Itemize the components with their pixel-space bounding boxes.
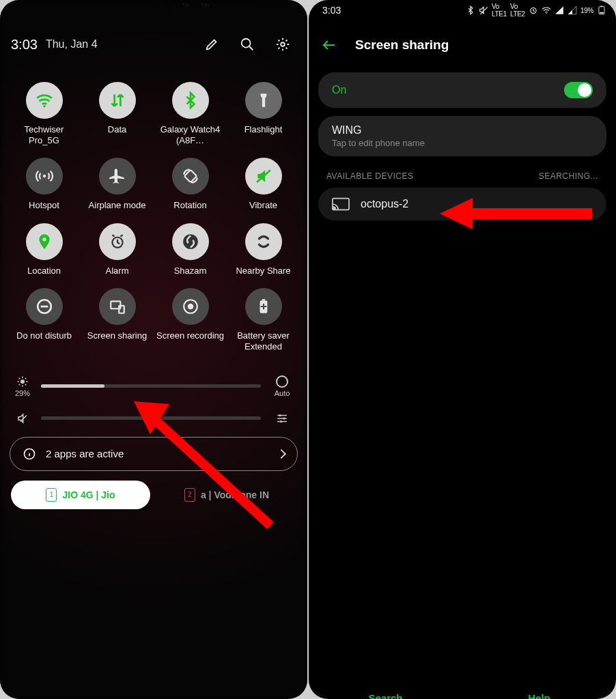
phone-name-row[interactable]: WING Tap to edit phone name bbox=[318, 116, 606, 156]
svg-point-22 bbox=[279, 414, 281, 416]
chevron-right-icon bbox=[277, 448, 286, 458]
svg-point-21 bbox=[20, 380, 25, 384]
svg-rect-29 bbox=[600, 6, 603, 7]
bottom-actions: Search Help bbox=[309, 676, 616, 699]
screen-sharing-settings-screen: 3:03 VoLTE1 VoLTE2 19% Screen sharing bbox=[309, 0, 616, 699]
screen-sharing-toggle-row[interactable]: On bbox=[318, 72, 606, 108]
svg-point-18 bbox=[187, 304, 193, 310]
cast-icon bbox=[332, 197, 350, 211]
brightness-icon bbox=[16, 375, 29, 388]
svg-point-8 bbox=[42, 175, 45, 177]
tile-airplane[interactable]: Airplane mode bbox=[83, 158, 152, 211]
tile-data[interactable]: Data bbox=[83, 82, 152, 145]
volte1-icon: VoLTE1 bbox=[492, 3, 507, 18]
clock: 3:03 bbox=[11, 37, 38, 53]
svg-point-23 bbox=[283, 417, 285, 419]
svg-rect-20 bbox=[262, 300, 264, 301]
toggle-on[interactable] bbox=[564, 82, 593, 98]
tile-battery-saver[interactable]: Battery saver Extended bbox=[229, 288, 298, 352]
status-time: 3:03 bbox=[318, 5, 341, 16]
volume-mute-icon bbox=[16, 412, 29, 425]
mute-icon bbox=[479, 5, 488, 15]
signal1-icon bbox=[555, 5, 564, 15]
svg-point-7 bbox=[43, 105, 45, 107]
svg-rect-9 bbox=[184, 170, 196, 182]
bluetooth-icon bbox=[466, 5, 475, 15]
date: Thu, Jan 4 bbox=[46, 38, 98, 51]
svg-point-5 bbox=[242, 39, 251, 48]
volume-slider[interactable] bbox=[12, 412, 295, 425]
tile-alarm[interactable]: Alarm bbox=[83, 223, 152, 276]
edit-button[interactable] bbox=[198, 31, 225, 58]
svg-point-10 bbox=[42, 238, 46, 241]
settings-button[interactable] bbox=[269, 31, 296, 58]
qs-header: 3:03 Thu, Jan 4 bbox=[10, 20, 298, 68]
tile-nearby-share[interactable]: Nearby Share bbox=[229, 223, 298, 276]
quick-tiles-grid: Techwiser Pro_5G Data Galaxy Watch4 (A8F… bbox=[10, 82, 298, 352]
page-title: Screen sharing bbox=[355, 38, 449, 53]
tile-vibrate[interactable]: Vibrate bbox=[229, 158, 298, 211]
svg-point-24 bbox=[280, 420, 282, 423]
available-devices-header: AVAILABLE DEVICES SEARCHING... bbox=[326, 171, 598, 181]
status-bar: 3:03 VoLTE1 VoLTE2 19% bbox=[309, 0, 616, 20]
volte2-icon: VoLTE2 bbox=[510, 3, 525, 18]
svg-point-32 bbox=[333, 208, 335, 210]
active-apps-notification[interactable]: 2 apps are active bbox=[10, 437, 298, 471]
tile-rotation[interactable]: Rotation bbox=[156, 158, 225, 211]
wifi-icon bbox=[542, 5, 551, 15]
signal2-icon bbox=[568, 5, 577, 15]
sim2-icon: 2 bbox=[184, 488, 195, 502]
tile-location[interactable]: Location bbox=[10, 223, 79, 276]
svg-point-6 bbox=[281, 42, 285, 46]
device-row-octopus[interactable]: octopus-2 bbox=[318, 188, 606, 220]
back-button[interactable] bbox=[316, 31, 343, 59]
search-button[interactable] bbox=[234, 31, 261, 58]
tile-shazam[interactable]: Shazam bbox=[156, 223, 225, 276]
brightness-label: 29% bbox=[15, 389, 30, 397]
battery-percent: 19% bbox=[580, 7, 593, 14]
sim1-icon: 1 bbox=[46, 488, 57, 502]
settings-header: Screen sharing bbox=[309, 26, 616, 64]
tile-screen-recording[interactable]: Screen recording bbox=[156, 288, 225, 352]
tile-hotspot[interactable]: Hotspot bbox=[10, 158, 79, 211]
brightness-slider[interactable]: 29% Auto bbox=[12, 375, 295, 397]
battery-icon bbox=[597, 5, 606, 15]
info-icon bbox=[23, 447, 36, 461]
tile-dnd[interactable]: Do not disturb bbox=[10, 288, 79, 352]
tile-wifi[interactable]: Techwiser Pro_5G bbox=[10, 82, 79, 145]
auto-brightness-button[interactable]: Auto bbox=[269, 375, 295, 397]
sim2-chip[interactable]: 2 a | Vodafone IN bbox=[157, 481, 296, 509]
tile-flashlight[interactable]: Flashlight bbox=[229, 82, 298, 145]
search-action[interactable]: Search bbox=[309, 676, 462, 699]
sim1-chip[interactable]: 1 JIO 4G | Jio bbox=[11, 481, 150, 509]
svg-rect-30 bbox=[600, 12, 604, 14]
svg-point-27 bbox=[546, 13, 546, 14]
tile-screen-sharing[interactable]: Screen sharing bbox=[83, 288, 152, 352]
quick-settings-screen: VoLTE1 VoLTE2 19% 3:03 Thu, Jan 4 bbox=[0, 0, 307, 699]
alarm-icon bbox=[529, 5, 538, 15]
sliders-icon bbox=[276, 412, 288, 425]
searching-label: SEARCHING... bbox=[539, 171, 598, 181]
help-action[interactable]: Help bbox=[462, 676, 616, 699]
tile-bluetooth[interactable]: Galaxy Watch4 (A8F… bbox=[156, 82, 225, 145]
volume-settings-button[interactable] bbox=[269, 412, 295, 425]
